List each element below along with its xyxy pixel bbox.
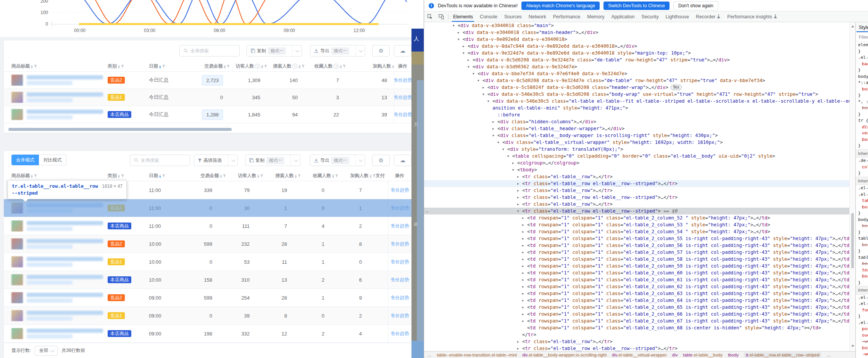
- dom-tree-line[interactable]: ::before: [424, 111, 849, 118]
- dom-tree-line[interactable]: ▸<td rowspan="1" colspan="1" class="el-t…: [424, 263, 849, 269]
- filter-icon[interactable]: [162, 65, 165, 68]
- sort-carets[interactable]: ▲▼: [118, 65, 120, 68]
- filter-icon[interactable]: [302, 65, 305, 68]
- price-trend-link[interactable]: 售价趋势: [394, 77, 412, 84]
- column-header[interactable]: 类别▲▼: [108, 173, 149, 179]
- horizontal-scrollbar[interactable]: [4, 127, 411, 131]
- price-trend-link[interactable]: 售价趋势: [391, 331, 409, 337]
- dom-tree-line[interactable]: ▸<td rowspan="1" colspan="1" class="el-t…: [424, 249, 849, 256]
- price-trend-link[interactable]: 售价趋势: [391, 313, 409, 319]
- table-row[interactable]: 竞品110:000531110售价趋势: [4, 253, 411, 271]
- dom-tree-line[interactable]: ▸<td rowspan="1" colspan="1" class="el-t…: [424, 290, 849, 297]
- sort-carets[interactable]: ▲▼: [220, 174, 222, 178]
- column-header[interactable]: 收藏人数▲▼: [301, 173, 338, 179]
- dom-tree-line[interactable]: ▸<div class="hidden-columns">…</div>: [424, 118, 849, 125]
- dom-tree-line[interactable]: ▸<td rowspan="1" colspan="1" class="el-t…: [424, 311, 849, 318]
- dom-tree-line[interactable]: ▸<div data-v-e3040018 class="main-header…: [424, 29, 849, 36]
- always-match-language-button[interactable]: Always match Chrome's language: [521, 2, 600, 10]
- breadcrumb-item[interactable]: tr.el-table__row.el-table__row--striped: [744, 352, 821, 358]
- table-row[interactable]: 竞品111:00030101售价趋势: [4, 199, 411, 217]
- copy-dropdown-caret[interactable]: [290, 155, 300, 166]
- price-trend-link[interactable]: 售价趋势: [391, 277, 409, 283]
- column-header[interactable]: 日期▲▼: [149, 173, 180, 179]
- dom-tree-line[interactable]: ▸<td rowspan="1" colspan="1" class="el-t…: [424, 269, 849, 276]
- devtools-tab-console[interactable]: Console: [476, 11, 501, 22]
- filter-icon[interactable]: [162, 174, 165, 177]
- settings-button[interactable]: ⚙: [372, 155, 390, 166]
- export-dropdown-caret[interactable]: [355, 155, 365, 166]
- column-header[interactable]: 交易金额▲▼: [180, 173, 226, 179]
- devtools-tab-sources[interactable]: Sources: [501, 11, 525, 22]
- column-header[interactable]: 加购人数▲▼: [338, 173, 376, 179]
- sort-carets[interactable]: ▲▼: [31, 174, 33, 178]
- dom-tree-line[interactable]: ▸<td rowspan="1" colspan="1" class="el-t…: [424, 304, 849, 311]
- dom-tree-line[interactable]: ▸<td rowspan="1" colspan="1" class="el-t…: [424, 228, 849, 235]
- dom-tree-line[interactable]: ▸<tr class="el-table__row">…</tr>: [424, 173, 849, 180]
- dom-tree-line[interactable]: ▸<td rowspan="1" colspan="1" class="el-t…: [424, 318, 849, 324]
- column-header[interactable]: 搜索人数i▲▼: [267, 63, 305, 69]
- inspect-element-icon[interactable]: [424, 11, 436, 22]
- global-search-input[interactable]: 全局搜索: [179, 45, 240, 56]
- dom-tree-line[interactable]: ▸<tr class="el-table__row el-table__row-…: [424, 194, 849, 201]
- sort-carets[interactable]: ▲▼: [224, 65, 226, 68]
- filter-icon[interactable]: [298, 174, 301, 177]
- dom-tree-line[interactable]: ▸<div data-v-5c58024f data-v-8c5d0208 cl…: [424, 84, 849, 91]
- cloud-button[interactable]: ☁: [394, 155, 411, 166]
- filter-icon[interactable]: [34, 174, 37, 177]
- price-trend-link[interactable]: 售价趋势: [391, 259, 409, 265]
- column-header[interactable]: 收藏人数i▲▼: [305, 63, 346, 69]
- dom-tree-line[interactable]: ▸<div class="el-table__header-wrapper">……: [424, 125, 849, 132]
- table-row[interactable]: 竞品1今日汇总034550313售价趋势: [4, 89, 411, 106]
- filter-icon[interactable]: [335, 174, 338, 177]
- dom-tree-line[interactable]: ▸<td rowspan="1" colspan="1" class="el-t…: [424, 242, 849, 249]
- dom-tree-line[interactable]: ▸<tr class="el-table__row">…</tr>: [424, 201, 849, 208]
- cloud-button[interactable]: ☁: [394, 45, 411, 56]
- dom-tree-line[interactable]: ▸<td rowspan="1" colspan="1" class="el-t…: [424, 214, 849, 221]
- dom-tree-line[interactable]: ▾<tbody>: [424, 166, 849, 173]
- dom-tree-line[interactable]: ▸<td rowspan="1" colspan="1" class="el-t…: [424, 235, 849, 242]
- price-trend-link[interactable]: 售价趋势: [394, 94, 412, 101]
- export-button-group[interactable]: 导出模式一: [310, 45, 365, 56]
- devtools-tab-performance[interactable]: Performance: [550, 11, 584, 22]
- devtools-tab-memory[interactable]: Memory: [584, 11, 608, 22]
- column-header[interactable]: 访客人数i▲▼: [230, 63, 267, 69]
- sort-carets[interactable]: ▲▼: [159, 65, 161, 68]
- dom-tree-line[interactable]: ▸<tr class="el-table__row">…</tr>: [424, 338, 849, 345]
- scrollbar-thumb[interactable]: [851, 213, 854, 268]
- dom-tree-line[interactable]: ▾<div data-v-0e892e6d data-v-e3040018>: [424, 36, 849, 43]
- dont-show-again-button[interactable]: Don't show again: [673, 1, 718, 10]
- copy-button-group-2[interactable]: 复制模式一: [245, 155, 300, 166]
- price-trend-link[interactable]: 售价趋势: [391, 295, 409, 301]
- compare-mode-button[interactable]: 对比模式: [39, 155, 66, 165]
- breadcrumb-item[interactable]: div: [672, 353, 678, 357]
- export-button-group-2[interactable]: 导出模式一: [310, 155, 365, 166]
- global-search-input-2[interactable]: 全局搜索: [130, 155, 190, 166]
- dom-tree-line[interactable]: ▾…<tr class="el-table__row el-table__row…: [424, 208, 849, 214]
- vertical-scrollbar[interactable]: [849, 22, 855, 351]
- dom-tree-line[interactable]: ▸<td rowspan="1" colspan="1" class="el-t…: [424, 297, 849, 304]
- dom-tree-line[interactable]: ▾<div data-v-bbe7ef34 data-v-07e6f4e0 da…: [424, 70, 849, 77]
- dom-tree-line[interactable]: ▸<td rowspan="1" colspan="1" class="el-t…: [424, 221, 849, 228]
- copy-button-group[interactable]: 复制模式一: [247, 45, 302, 56]
- sort-carets[interactable]: ▲▼: [340, 65, 342, 68]
- dom-tree-line[interactable]: ▾<div data-v-e3040018 class="main">: [424, 22, 849, 29]
- dom-tree-line[interactable]: ▸<tr class="el-table__row">…</tr>: [424, 187, 849, 194]
- merge-mode-button[interactable]: 合并模式: [11, 155, 39, 165]
- dom-tree-line[interactable]: ▸<tr class="el-table__row el-table__row-…: [424, 345, 849, 351]
- price-trend-link[interactable]: 售价趋势: [391, 187, 409, 194]
- table-row[interactable]: 竞品109:00039802售价趋势: [4, 307, 411, 325]
- dom-tree-line[interactable]: ▾<div style="transform: translateY(0px);…: [424, 146, 849, 153]
- filter-icon[interactable]: [227, 65, 230, 68]
- column-header[interactable]: 日期▲▼: [149, 63, 180, 69]
- breadcrumb-item[interactable]: table--enable-row-transition.el-table--m…: [437, 353, 517, 357]
- price-trend-link[interactable]: 售价趋势: [391, 241, 409, 247]
- breadcrumb-item[interactable]: table.el-table__body: [683, 353, 723, 357]
- devtools-tab-security[interactable]: Security: [638, 11, 662, 22]
- sort-carets[interactable]: ▲▼: [298, 65, 300, 68]
- price-trend-link[interactable]: 售价趋势: [391, 205, 409, 211]
- devtools-tab-application[interactable]: Application: [608, 11, 638, 22]
- devtools-tab-performance-insights[interactable]: Performance insights: [724, 11, 780, 22]
- dom-tree-line[interactable]: ▸<tr class="el-table__row el-table__row-…: [424, 180, 849, 187]
- sort-carets[interactable]: ▲▼: [332, 174, 334, 178]
- column-header[interactable]: 搜索人数▲▼: [263, 173, 301, 179]
